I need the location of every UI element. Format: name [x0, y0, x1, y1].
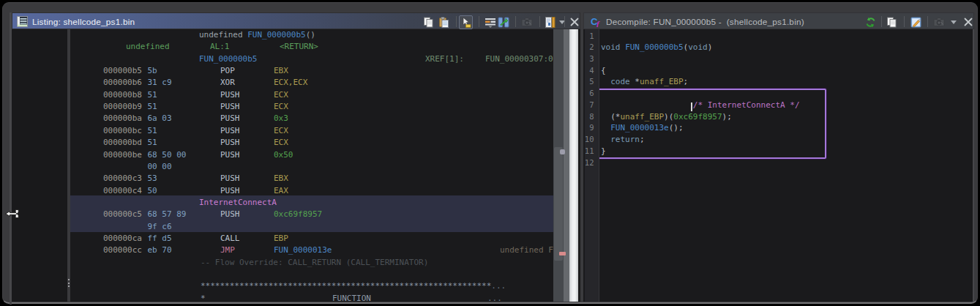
flow-override-row[interactable]: -- Flow Override: CALL_RETURN (CALL_TERM… — [70, 257, 554, 269]
register-row[interactable]: undefinedAL:1<RETURN> — [70, 41, 554, 53]
function-signature-row[interactable]: undefined FUN_000000b5() — [70, 29, 554, 41]
code-line[interactable]: { — [601, 65, 606, 77]
token: PUSH — [220, 102, 240, 111]
field-addr: 000000b9 — [103, 101, 142, 113]
instruction-row[interactable]: 000000bd51PUSHECX — [70, 137, 554, 149]
instruction-row[interactable]: 000000c450PUSHEAX — [70, 185, 554, 197]
listing-field-area[interactable]: undefined FUN_000000b5()undefinedAL:1<RE… — [70, 29, 554, 302]
instruction-row[interactable]: 000000b851PUSHECX — [70, 89, 554, 101]
refresh-button[interactable] — [864, 15, 878, 29]
listing-scrollbar-thumb[interactable] — [554, 147, 564, 261]
instruction-row[interactable]: 000000c568 57 89PUSH0xc69f8957 — [70, 209, 554, 220]
token: undefined — [199, 30, 247, 40]
diff-view-icon — [498, 17, 509, 28]
dropdown-button[interactable] — [947, 15, 961, 29]
function-label-row[interactable]: FUN_000000b5XREF[1]:FUN_00000307:0 — [70, 53, 554, 65]
snapshot-icon — [933, 17, 945, 27]
paste-icon — [438, 17, 449, 28]
token: ; — [684, 77, 689, 86]
line-number: 10 — [584, 134, 594, 146]
token: 68 50 00 — [148, 150, 187, 160]
token: 000000bd — [103, 138, 142, 147]
code-line[interactable]: FUN_0000013e(); — [601, 122, 684, 134]
code-line[interactable]: /* InternetConnectA */ — [601, 100, 800, 111]
line-number: 12 — [584, 157, 594, 169]
listing-scrollbar[interactable] — [553, 29, 564, 302]
field-operand: ECX — [274, 125, 288, 137]
token: 000000b9 — [103, 102, 142, 111]
field-operand: 0xc69f8957 — [274, 209, 322, 220]
instruction-row[interactable]: 000000ba6a 03PUSH0x3 — [70, 113, 554, 124]
instruction-row[interactable]: 000000b631 c9XORECX,ECX — [70, 77, 554, 89]
token: ; — [640, 135, 645, 144]
listing-overview-margin[interactable] — [569, 29, 578, 302]
paste-button[interactable] — [437, 15, 451, 29]
token: 000000b5 — [103, 66, 142, 75]
line-number: 7 — [584, 100, 594, 111]
label-row[interactable]: InternetConnectA — [70, 197, 554, 209]
field-addr: 000000b8 — [103, 89, 142, 101]
token: FUN_000000b5 — [199, 54, 257, 64]
copy-button[interactable] — [422, 15, 435, 29]
token: undefined F — [500, 245, 553, 255]
field-operand: EBP — [274, 233, 288, 245]
token: PUSH — [220, 209, 240, 219]
field-bytes: 68 57 89 — [148, 209, 187, 220]
code-line[interactable]: code *unaff_EBP; — [601, 76, 688, 88]
line-number: 8 — [584, 111, 594, 123]
snapshot-button[interactable] — [520, 15, 534, 29]
token: 0x3 — [274, 113, 288, 123]
close-button[interactable] — [567, 15, 581, 29]
instruction-row[interactable]: 000000caff d5CALLEBP — [70, 233, 554, 245]
token: ECX — [274, 102, 288, 111]
bytes-continuation-row[interactable]: 00 00 — [70, 161, 554, 173]
field-bytes: 68 50 00 — [148, 149, 187, 161]
decompile-code-area[interactable]: void FUN_000000b5(void){ code *unaff_EBP… — [599, 29, 973, 302]
token: FUN_0000013e — [610, 123, 668, 133]
listing-marker-margin — [564, 29, 569, 302]
instruction-row[interactable]: 000000bc51PUSHECX — [70, 125, 554, 137]
token: FUNCTION — [332, 294, 371, 302]
token: FUN_0000013e — [274, 245, 332, 255]
listing-header[interactable]: Listing: shellcode_ps1.bin — [12, 12, 580, 29]
field-operand: EBX — [274, 173, 288, 184]
instruction-row[interactable]: 000000cceb 70JMPFUN_0000013eundefined F — [70, 245, 554, 256]
empty-row[interactable] — [70, 269, 554, 280]
edit-button[interactable] — [909, 15, 923, 29]
instruction-row[interactable]: 000000b951PUSHECX — [70, 101, 554, 113]
field-operand: ECX — [274, 137, 288, 149]
token: 31 c9 — [148, 78, 172, 87]
plate-comment-row[interactable]: ****************************************… — [70, 280, 554, 292]
field-addr: 000000ca — [103, 233, 142, 245]
decompile-title: Decompile: FUN_000000b5 - (shellcode_ps1… — [606, 17, 804, 27]
hover-popups-button[interactable] — [459, 15, 473, 29]
field-ret_tag: <RETURN> — [280, 41, 318, 53]
token: AL:1 — [210, 42, 230, 51]
edit-fields-button[interactable] — [483, 15, 497, 29]
copy-button[interactable] — [885, 15, 899, 29]
token: EAX — [274, 186, 288, 195]
instruction-row[interactable]: 000000be68 50 00PUSH0x50 — [70, 149, 554, 161]
line-number: 2 — [584, 42, 594, 53]
instruction-row[interactable]: 000000b55bPOPEBX — [70, 65, 554, 77]
close-icon — [570, 18, 579, 26]
splitter-grip-dot — [68, 279, 70, 280]
field-mnemonic: PUSH — [220, 89, 240, 101]
token: eb 70 — [148, 245, 172, 255]
code-line[interactable]: return; — [601, 134, 645, 146]
code-line[interactable]: } — [601, 146, 606, 157]
plate-comment-row[interactable]: *FUNCTION... — [70, 293, 554, 302]
field-bytes: 9f c6 — [148, 221, 172, 233]
token: 000000bc — [103, 126, 142, 135]
toolbar-separator — [515, 16, 516, 27]
snapshot-button[interactable] — [932, 15, 946, 29]
decompile-header[interactable]: Decompile: FUN_000000b5 - (shellcode_ps1… — [583, 12, 974, 29]
code-line[interactable]: void FUN_000000b5(void) — [601, 42, 712, 53]
bytes-continuation-row[interactable]: 9f c6 — [70, 221, 554, 233]
diff-view-button[interactable] — [496, 15, 510, 29]
token: FUN_000000b5 — [247, 30, 305, 40]
code-line[interactable]: (*unaff_EBP)(0xc69f8957); — [601, 111, 732, 123]
instruction-row[interactable]: 000000c353PUSHEBX — [70, 173, 554, 184]
close-button[interactable] — [962, 15, 976, 29]
token: (); — [669, 123, 684, 133]
